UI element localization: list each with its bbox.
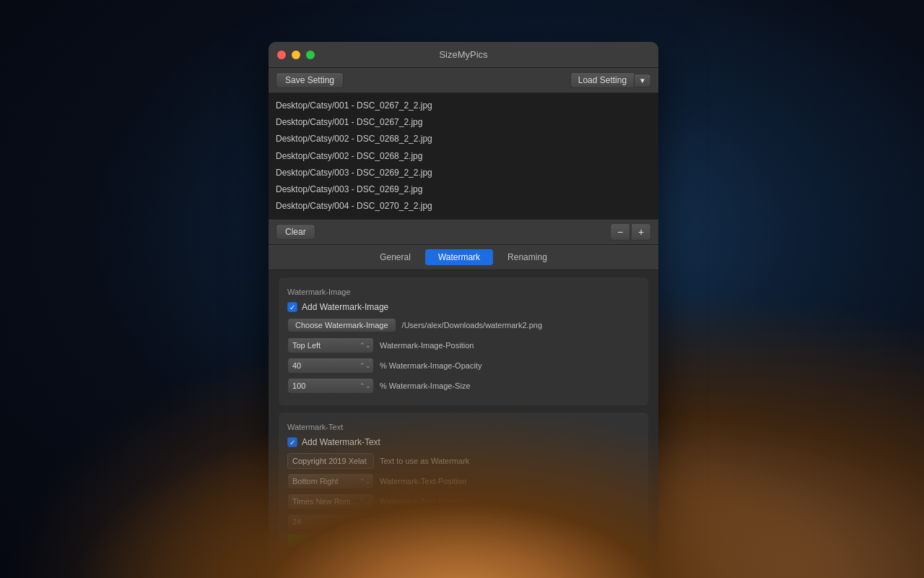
add-remove-buttons: − + xyxy=(610,223,651,241)
opacity-wrapper xyxy=(287,358,374,374)
list-item[interactable]: Desktop/Catsy/002 - DSC_0268_2.jpg xyxy=(276,148,651,165)
tab-watermark[interactable]: Watermark xyxy=(425,249,493,265)
list-item[interactable]: Desktop/Catsy/001 - DSC_0267_2.jpg xyxy=(276,114,651,131)
save-setting-button[interactable]: Save Setting xyxy=(276,72,344,88)
position-select[interactable]: Top Left Top Right Bottom Left Bottom Ri… xyxy=(287,337,374,353)
load-setting-button[interactable]: Load Setting xyxy=(570,72,634,88)
list-item[interactable]: Desktop/Catsy/002 - DSC_0268_2_2.jpg xyxy=(276,131,651,147)
tab-general[interactable]: General xyxy=(367,249,424,265)
add-watermark-image-row: ✓ Add Watermark-Image xyxy=(287,302,640,312)
text-position-select[interactable]: Top Left Top Right Bottom Left Bottom Ri… xyxy=(287,473,374,489)
size-row: % Watermark-Image-Size xyxy=(287,378,640,394)
text-position-row: Top Left Top Right Bottom Left Bottom Ri… xyxy=(287,473,640,489)
add-watermark-text-row: ✓ Add Watermark-Text xyxy=(287,437,640,447)
list-item[interactable]: Desktop/Catsy/003 - DSC_0269_2.jpg xyxy=(276,181,651,198)
opacity-label: % Watermark-Image-Opacity xyxy=(380,361,481,370)
position-row: Top Left Top Right Bottom Left Bottom Ri… xyxy=(287,337,640,353)
list-item[interactable]: Desktop/Catsy/001 - DSC_0267_2_2.jpg xyxy=(276,98,651,114)
watermark-text-label: Text to use as Watermark xyxy=(380,457,469,465)
title-bar: SizeMyPics xyxy=(269,42,658,68)
add-watermark-image-checkbox[interactable]: ✓ xyxy=(287,302,297,312)
watermark-text-header: Watermark-Text xyxy=(287,423,640,431)
close-button[interactable] xyxy=(277,51,286,59)
watermark-image-section: Watermark-Image ✓ Add Watermark-Image Ch… xyxy=(279,277,648,405)
window-title: SizeMyPics xyxy=(439,49,487,60)
watermark-image-header: Watermark-Image xyxy=(287,288,640,296)
list-item[interactable]: Desktop/Catsy/004 - DSC_0270_2_2.jpg xyxy=(276,198,651,215)
position-label: Watermark-Image-Position xyxy=(380,341,474,350)
add-watermark-text-label: Add Watermark-Text xyxy=(302,437,380,447)
watermark-text-input[interactable] xyxy=(287,453,374,469)
load-setting-wrapper: Load Setting ▼ xyxy=(570,72,651,88)
list-item[interactable]: Desktop/Catsy/003 - DSC_0269_2_2.jpg xyxy=(276,165,651,181)
fontstyle-label: Watermark-Text-Fontstyle xyxy=(380,497,471,506)
choose-watermark-image-button[interactable]: Choose Watermark-Image xyxy=(287,318,396,332)
fontstyle-row: Times New Rom... Arial Helvetica Waterma… xyxy=(287,493,640,509)
file-controls: Clear − + xyxy=(269,219,658,245)
add-watermark-text-checkbox[interactable]: ✓ xyxy=(287,437,297,447)
clear-button[interactable]: Clear xyxy=(276,224,315,240)
text-position-select-wrapper: Top Left Top Right Bottom Left Bottom Ri… xyxy=(287,473,374,489)
fontcolor-swatch[interactable] xyxy=(287,534,316,547)
watermark-text-row: Text to use as Watermark xyxy=(287,453,640,469)
watermark-image-path: /Users/alex/Downloads/watermark2.png xyxy=(402,321,542,329)
choose-watermark-image-row: Choose Watermark-Image /Users/alex/Downl… xyxy=(287,318,640,332)
fontstyle-select[interactable]: Times New Rom... Arial Helvetica xyxy=(287,493,374,509)
text-position-label: Watermark-Text-Position xyxy=(380,477,466,486)
traffic-lights xyxy=(277,51,315,59)
page-title: Watermark Pane xyxy=(361,526,564,556)
load-setting-arrow[interactable]: ▼ xyxy=(634,74,651,87)
tab-renaming[interactable]: Renaming xyxy=(494,249,560,265)
fontstyle-select-wrapper: Times New Rom... Arial Helvetica xyxy=(287,493,374,509)
size-wrapper xyxy=(287,378,374,394)
bottom-bar: ⚙ 👁 Process 29 Images xyxy=(269,573,658,578)
toolbar: Save Setting Load Setting ▼ xyxy=(269,68,658,93)
remove-file-button[interactable]: − xyxy=(610,223,630,241)
tabs: General Watermark Renaming xyxy=(269,245,658,270)
fontsize-label: Watermark-Text-Fontsize xyxy=(380,517,468,526)
maximize-button[interactable] xyxy=(306,51,315,59)
opacity-input[interactable] xyxy=(287,358,374,374)
add-watermark-image-label: Add Watermark-Image xyxy=(302,302,388,312)
opacity-row: % Watermark-Image-Opacity xyxy=(287,358,640,374)
file-list[interactable]: Desktop/Catsy/001 - DSC_0267_2_2.jpgDesk… xyxy=(269,93,658,219)
size-label: % Watermark-Image-Size xyxy=(380,381,471,390)
minimize-button[interactable] xyxy=(292,51,300,59)
size-input[interactable] xyxy=(287,378,374,394)
add-file-button[interactable]: + xyxy=(631,223,651,241)
position-select-wrapper: Top Left Top Right Bottom Left Bottom Ri… xyxy=(287,337,374,353)
app-window: SizeMyPics Save Setting Load Setting ▼ D… xyxy=(269,42,658,578)
